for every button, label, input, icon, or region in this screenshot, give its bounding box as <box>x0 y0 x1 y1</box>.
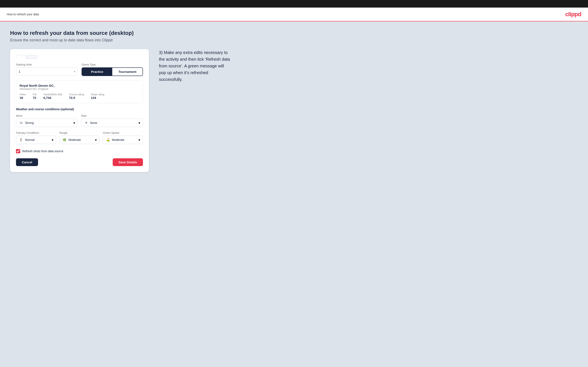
rain-group: Rain ☀ None ▾ <box>81 114 143 127</box>
fairway-icon: 🏌 <box>19 138 23 142</box>
fairway-select[interactable]: 🏌 Normal ▾ <box>16 136 56 144</box>
wind-value: Strong <box>25 121 34 125</box>
rain-value: None <box>90 121 97 125</box>
cancel-button[interactable]: Cancel <box>16 158 38 166</box>
yards-value: 6,744 <box>43 96 51 100</box>
stat-yards: Yards/White (M)) 6,744 <box>43 93 62 100</box>
course-card: Royal North Devon GC, Westward Ho!, Engl… <box>16 80 143 103</box>
fairway-label: Fairway Conditions <box>16 131 56 134</box>
refresh-checkbox[interactable] <box>16 149 20 153</box>
refresh-checkbox-label: Refresh shots from data source <box>22 150 63 153</box>
side-description: 3) Make any extra edits necessary to the… <box>159 49 230 83</box>
content-area: Starting Hole 1 ▾ Game Type Practice Tou… <box>10 49 578 172</box>
course-name: Royal North Devon GC, <box>19 84 139 87</box>
wind-chevron-icon: ▾ <box>73 121 75 125</box>
course-stats: Holes 18 Par 72 Yards/White (M)) 6,744 C… <box>19 93 139 100</box>
stat-course-rating: Course rating 72.5 <box>69 93 84 100</box>
green-speed-label: Green Speed <box>103 131 143 134</box>
fairway-group: Fairway Conditions 🏌 Normal ▾ <box>16 131 56 144</box>
green-speed-group: Green Speed ⛳ Moderate ▾ <box>103 131 143 144</box>
fairway-icon-label: 🏌 Normal <box>19 138 35 142</box>
yards-label: Yards/White (M)) <box>43 93 62 96</box>
holes-value: 18 <box>19 96 23 100</box>
slope-rating-value: 134 <box>91 96 96 100</box>
rain-chevron-icon: ▾ <box>138 121 140 125</box>
tab-active[interactable] <box>16 55 26 59</box>
green-speed-value: Moderate <box>112 138 124 142</box>
rain-icon: ☀ <box>84 121 88 125</box>
wind-select[interactable]: 🌬 Strong ▾ <box>16 119 78 127</box>
stat-slope-rating: Slope rating 134 <box>91 93 104 100</box>
main-content: How to refresh your data from source (de… <box>0 21 588 363</box>
green-speed-icon: ⛳ <box>105 138 110 142</box>
starting-hole-wrapper: 1 ▾ <box>16 67 77 75</box>
wind-group: Wind 🌬 Strong ▾ <box>16 114 78 127</box>
stat-holes: Holes 18 <box>19 93 26 100</box>
game-type-group: Game Type Practice Tournament <box>82 63 143 76</box>
green-speed-icon-label: ⛳ Moderate <box>105 138 124 142</box>
slope-rating-label: Slope rating <box>91 93 104 96</box>
rough-group: Rough 🌿 Moderate ▾ <box>60 131 100 144</box>
rough-chevron-icon: ▾ <box>95 138 97 142</box>
course-location: Westward Ho!, England <box>19 87 139 91</box>
page-heading: How to refresh your data from source (de… <box>10 30 578 36</box>
footer: Copyright Clippd 2022 <box>0 363 588 367</box>
starting-hole-select[interactable]: 1 <box>16 67 77 75</box>
green-speed-select[interactable]: ⛳ Moderate ▾ <box>103 136 143 144</box>
top-bar <box>0 0 588 8</box>
conditions-row-2: Fairway Conditions 🏌 Normal ▾ Rough 🌿 <box>16 131 143 144</box>
conditions-row-1: Wind 🌬 Strong ▾ Rain ☀ None <box>16 114 143 127</box>
header: How to refresh your data clippd <box>0 8 588 21</box>
wind-label: Wind <box>16 114 78 117</box>
header-title: How to refresh your data <box>7 13 39 16</box>
row-hole-gametype: Starting Hole 1 ▾ Game Type Practice Tou… <box>16 63 143 76</box>
rough-label: Rough <box>60 131 100 134</box>
button-row: Cancel Save Details <box>16 158 143 166</box>
rough-icon-label: 🌿 Moderate <box>62 138 81 142</box>
green-speed-chevron-icon: ▾ <box>138 138 140 142</box>
rough-select[interactable]: 🌿 Moderate ▾ <box>60 136 100 144</box>
form-card: Starting Hole 1 ▾ Game Type Practice Tou… <box>10 49 149 172</box>
rain-label: Rain <box>81 114 143 117</box>
rough-icon: 🌿 <box>62 138 67 142</box>
par-label: Par <box>33 93 37 96</box>
refresh-checkbox-row: Refresh shots from data source <box>16 149 143 153</box>
conditions-section-title: Weather and course conditions (optional) <box>16 108 143 111</box>
par-value: 72 <box>33 96 36 100</box>
holes-label: Holes <box>19 93 26 96</box>
tab-inactive[interactable] <box>26 55 37 59</box>
wind-icon-label: 🌬 Strong <box>19 121 34 125</box>
rough-value: Moderate <box>69 138 81 142</box>
practice-button[interactable]: Practice <box>82 68 112 75</box>
fairway-chevron-icon: ▾ <box>52 138 53 142</box>
logo: clippd <box>565 11 581 18</box>
game-type-toggle: Practice Tournament <box>82 67 143 76</box>
tournament-button[interactable]: Tournament <box>112 68 143 75</box>
course-rating-label: Course rating <box>69 93 84 96</box>
starting-hole-group: Starting Hole 1 ▾ <box>16 63 77 76</box>
game-type-label: Game Type <box>82 63 143 66</box>
course-rating-value: 72.5 <box>69 96 75 100</box>
wind-icon: 🌬 <box>19 121 23 125</box>
save-details-button[interactable]: Save Details <box>113 158 143 166</box>
stat-par: Par 72 <box>33 93 37 100</box>
rain-select[interactable]: ☀ None ▾ <box>81 119 143 127</box>
page-subheading: Ensure the correct and most up to date d… <box>10 38 578 42</box>
tab-bar <box>16 55 143 59</box>
fairway-value: Normal <box>25 138 35 142</box>
starting-hole-label: Starting Hole <box>16 63 77 66</box>
rain-icon-label: ☀ None <box>84 121 97 125</box>
description-text: 3) Make any extra edits necessary to the… <box>159 49 230 83</box>
